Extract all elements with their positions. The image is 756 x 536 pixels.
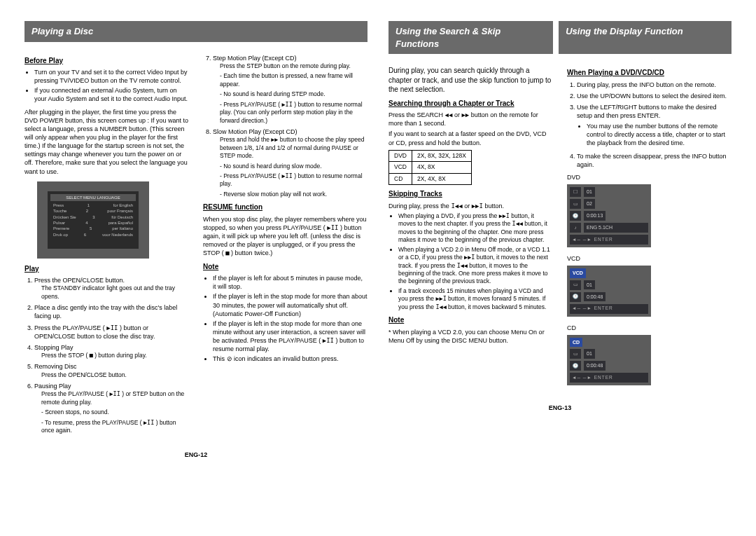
play-pause-icon: ▶II xyxy=(282,172,293,179)
play-step: Place a disc gently into the tray with t… xyxy=(34,303,189,320)
clock-icon: 🕐 xyxy=(570,361,581,371)
right-columns: During play, you can search quickly thro… xyxy=(388,64,732,392)
dash-list: - Each time the button is pressed, a new… xyxy=(220,72,368,125)
page-left: Playing a Disc Before Play Turn on your … xyxy=(24,21,368,459)
heading-note: Note xyxy=(203,262,368,272)
prev-icon: I◀◀ xyxy=(457,262,468,269)
label-vcd: VCD xyxy=(567,254,732,263)
prev-icon: I◀◀ xyxy=(451,202,462,209)
right-col-1: During play, you can search quickly thro… xyxy=(388,64,553,392)
heading-resume: RESUME function xyxy=(203,202,368,212)
osd-value: 01 xyxy=(584,280,595,289)
resume-paragraph: When you stop disc play, the player reme… xyxy=(203,215,368,258)
play-step: Removing Disc Press the OPEN/CLOSE butto… xyxy=(34,362,189,379)
play-step: Stopping Play Press the STOP ( ■ ) butto… xyxy=(34,343,189,360)
sub-text: Press the STEP button on the remote duri… xyxy=(220,62,368,70)
skip-instruction: During play, press the I◀◀ or ▶▶I button… xyxy=(388,202,553,210)
banner-search-skip: Using the Search & Skip Functions xyxy=(388,21,553,54)
next-icon: ▶▶I xyxy=(472,202,483,209)
clock-icon: 🕐 xyxy=(570,211,581,221)
table-row: DVD2X, 8X, 32X, 128X xyxy=(389,150,472,161)
list-item: You may use the number buttons of the re… xyxy=(587,122,732,147)
list-item: When playing a DVD, if you press the ▶▶I… xyxy=(398,212,553,245)
osd-value: 0:00:48 xyxy=(584,292,606,301)
prev-icon: I◀◀ xyxy=(435,303,446,310)
next-icon: ▶▶I xyxy=(464,254,475,261)
list-item: If the player is left for about 5 minute… xyxy=(213,274,368,291)
clock-icon: 🕐 xyxy=(570,292,581,302)
sub-text: Press the STOP ( ■ ) button during play. xyxy=(41,352,189,359)
list-item: To make the screen disappear, press the … xyxy=(577,152,732,169)
list-item: Use the LEFT/RIGHT buttons to make the d… xyxy=(577,103,732,148)
play-pause-icon: ▶II xyxy=(109,390,120,397)
list-item: When playing a VCD 2.0 in Menu Off mode,… xyxy=(398,246,553,286)
heading-when-playing-dvd: When Playing a DVD/VCD/CD xyxy=(567,68,732,78)
list-item: If the player is left in the stop mode f… xyxy=(213,319,368,354)
play-pause-icon: ▶II xyxy=(144,419,154,426)
list-item: During play, press the INFO button on th… xyxy=(577,81,732,89)
heading-searching: Searching through a Chapter or Track xyxy=(388,99,553,109)
sub-text: Press the PLAY/PAUSE ( ▶II ) or STEP but… xyxy=(41,390,189,406)
note-list: If the player is left for about 5 minute… xyxy=(213,274,368,363)
table-row: CD2X, 4X, 8X xyxy=(389,173,472,184)
dash-list: - No sound is heard during slow mode. - … xyxy=(220,163,368,199)
left-columns: Before Play Turn on your TV and set it t… xyxy=(24,52,368,439)
prev-icon: I◀◀ xyxy=(512,220,523,227)
banner-display: Using the Display Function xyxy=(559,21,732,54)
track-icon: ▭ xyxy=(570,280,581,290)
heading-play: Play xyxy=(24,264,189,274)
track-icon: ▭ xyxy=(570,349,581,359)
chapter-icon: ▭ xyxy=(570,199,581,209)
dash-list: - Screen stops, no sound. - To resume, p… xyxy=(41,408,189,434)
heading-skipping: Skipping Tracks xyxy=(388,189,553,199)
label-dvd: DVD xyxy=(567,173,732,181)
search-intro: During play, you can search quickly thro… xyxy=(388,66,553,95)
osd-value: 01 xyxy=(584,187,595,196)
osd-nav-bar: ◄─ ─► ENTER xyxy=(570,373,648,383)
table-row: VCD4X, 8X xyxy=(389,162,472,173)
vcd-badge: VCD xyxy=(570,268,586,277)
page-number-right: ENG-13 xyxy=(388,404,732,412)
audio-icon: ♪ xyxy=(570,223,581,233)
sub-text: Press and hold the ▶▶ button to choose t… xyxy=(220,136,368,160)
left-col-1: Before Play Turn on your TV and set it t… xyxy=(24,52,189,439)
list-item: If a track exceeds 15 minutes when playi… xyxy=(398,287,553,311)
fwd-icon: ▶▶ xyxy=(271,136,278,143)
right-banners: Using the Search & Skip Functions Using … xyxy=(388,21,732,54)
menu-language-inner: SELECT MENU LANGUAGE Press1for English T… xyxy=(48,191,139,249)
play-step: Press the PLAY/PAUSE ( ▶II ) button or O… xyxy=(34,324,189,341)
play-pause-icon: ▶II xyxy=(106,324,118,331)
list-item: Turn on your TV and set it to the correc… xyxy=(34,68,189,85)
osd-value: 0:00:13 xyxy=(584,211,606,220)
note-vcd: * When playing a VCD 2.0, you can choose… xyxy=(388,328,553,345)
play-steps-cont: Step Motion Play (Except CD) Press the S… xyxy=(213,54,368,199)
lang-row: Pulsar4para Español xyxy=(50,220,136,226)
osd-nav-bar: ◄─ ─► ENTER xyxy=(570,235,648,245)
list-item: If you connected an external Audio Syste… xyxy=(34,86,189,103)
right-col-2: When Playing a DVD/VCD/CD During play, p… xyxy=(567,64,732,392)
osd-cd: CD ▭01 🕐0:00:48 ◄─ ─► ENTER xyxy=(567,335,651,385)
list-item: This ⊘ icon indicates an invalid button … xyxy=(213,355,368,363)
menu-language-screenshot: SELECT MENU LANGUAGE Press1for English T… xyxy=(37,181,149,259)
play-step: Slow Motion Play (Except CD) Press and h… xyxy=(213,128,368,198)
language-setup-paragraph: After plugging in the player, the first … xyxy=(24,108,189,176)
osd-dvd: ☐01 ▭02 🕐0:00:13 ♪ENG 5.1CH ◄─ ─► ENTER xyxy=(567,184,651,247)
play-steps: Press the OPEN/CLOSE button. The STANDBY… xyxy=(34,276,189,434)
banner-playing: Playing a Disc xyxy=(24,21,368,42)
sub-text: The STANDBY indicator light goes out and… xyxy=(41,284,189,301)
osd-value: ENG 5.1CH xyxy=(584,223,648,232)
play-pause-icon: ▶II xyxy=(327,224,338,231)
speed-table: DVD2X, 8X, 32X, 128X VCD4X, 8X CD2X, 4X,… xyxy=(388,150,472,185)
heading-note: Note xyxy=(388,315,553,325)
next-icon: ▶▶I xyxy=(435,295,446,302)
title-icon: ☐ xyxy=(570,187,581,197)
menu-language-title: SELECT MENU LANGUAGE xyxy=(50,194,136,201)
label-cd: CD xyxy=(567,324,732,332)
search-hold: If you want to search at a faster speed … xyxy=(388,130,553,146)
left-col-2: Step Motion Play (Except CD) Press the S… xyxy=(203,52,368,439)
search-instruction: Press the SEARCH ◀◀ or ▶▶ button on the … xyxy=(388,111,553,128)
osd-nav-bar: ◄─ ─► ENTER xyxy=(570,304,648,314)
info-steps: During play, press the INFO button on th… xyxy=(577,81,732,169)
lang-row: Touche2pour Français xyxy=(50,208,136,214)
play-pause-icon: ▶II xyxy=(323,337,334,344)
